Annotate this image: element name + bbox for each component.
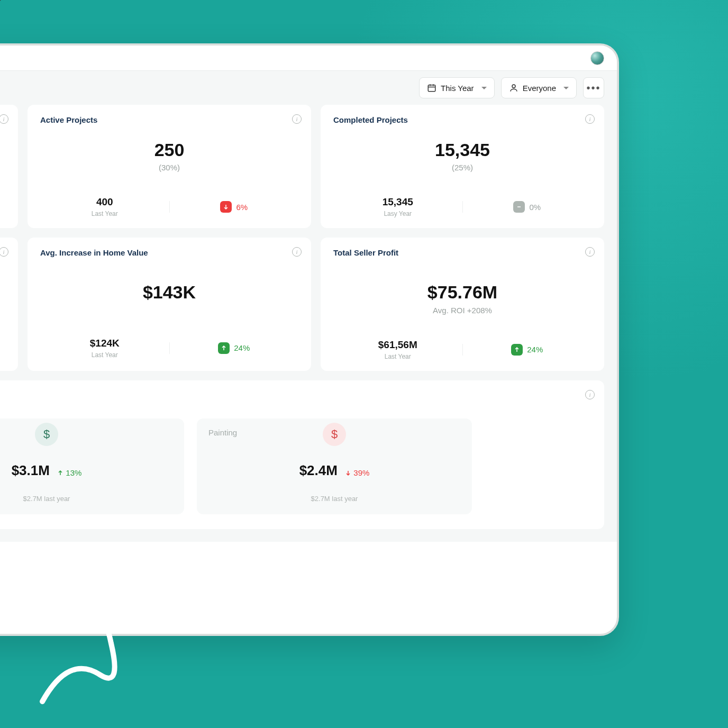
metric-sub: (25%) [333, 163, 592, 172]
arrow-down-icon [220, 201, 232, 213]
metric-value: 250 [40, 140, 298, 160]
metric-card-active-projects: Active Projects i 250 (30%) 400 Last Yea… [28, 105, 311, 228]
info-icon[interactable]: i [0, 247, 8, 257]
category-delta: 39% [345, 468, 369, 477]
info-icon[interactable]: i [292, 247, 302, 257]
toolbar: This Year Everyone ••• [0, 71, 617, 105]
topbar [0, 46, 617, 71]
prev-value: 400 [40, 196, 169, 208]
info-icon[interactable]: i [585, 390, 595, 399]
info-icon[interactable]: i [585, 114, 595, 124]
category-card-electricity: Electricity $ $3.1M 13% $2.7M last year [0, 418, 184, 514]
metric-card-completed-projects: Completed Projects i 15,345 (25%) 15,345… [321, 105, 604, 228]
prev-label: Last Year [40, 351, 169, 359]
metric-value: $75.76M [333, 283, 592, 302]
category-panel: i Electricity $ $3.1M 13% $2.7M last yea… [0, 380, 604, 529]
dashboard-device: This Year Everyone ••• i 13,456 000 Year [0, 43, 619, 636]
category-sub: $2.7M last year [0, 495, 172, 503]
metric-sub: (30%) [40, 163, 298, 172]
calendar-icon [427, 83, 436, 93]
category-title: Electricity [0, 428, 172, 437]
category-value: $2.4M [299, 462, 338, 478]
content-area: i 13,456 000 Year 6% [0, 105, 617, 542]
people-filter-dropdown[interactable]: Everyone [501, 77, 577, 98]
metric-sub: Avg. ROI +208% [333, 306, 592, 315]
info-icon[interactable]: i [585, 247, 595, 257]
chevron-down-icon [481, 87, 487, 89]
arrow-up-icon [511, 344, 523, 356]
dollar-icon: $ [323, 423, 346, 446]
metric-value: $15.76M [0, 283, 5, 302]
category-delta: 13% [57, 468, 81, 477]
svg-point-4 [512, 85, 515, 88]
more-button[interactable]: ••• [583, 77, 604, 98]
category-sub: $2.7M last year [208, 495, 460, 503]
prev-label: Lasy Year [333, 210, 462, 217]
time-filter-dropdown[interactable]: This Year [419, 77, 495, 98]
card-title: Avg. Increase in Home Value [40, 248, 298, 257]
prev-value: $61,56M [333, 339, 462, 351]
metric-card-cost: Cost i $15.76M 56M ar 24% [0, 238, 18, 370]
metric-value: 15,345 [333, 140, 592, 160]
metric-value: 13,456 [0, 126, 5, 145]
arrow-up-icon [218, 342, 230, 354]
svg-rect-0 [428, 85, 435, 92]
chevron-down-icon [563, 87, 569, 89]
people-filter-label: Everyone [523, 84, 556, 93]
ellipsis-icon: ••• [586, 83, 600, 93]
prev-value: $124K [40, 338, 169, 349]
info-icon[interactable]: i [292, 114, 302, 124]
time-filter-label: This Year [441, 84, 474, 93]
arrow-down-icon [345, 470, 351, 476]
delta-value: 6% [236, 203, 248, 212]
delta-value: 24% [527, 345, 543, 354]
prev-value: 15,345 [333, 196, 462, 208]
metric-card-home-value: Avg. Increase in Home Value i $143K $124… [28, 238, 311, 370]
metric-card-partial: i 13,456 000 Year 6% [0, 105, 18, 228]
category-value: $3.1M [12, 462, 50, 478]
category-card-painting: Painting $ $2.4M 39% $2.7M last year [197, 418, 472, 514]
delta-value: 24% [234, 343, 250, 352]
card-title: Completed Projects [333, 115, 592, 124]
avatar[interactable] [590, 51, 604, 65]
delta-value: 0% [529, 203, 541, 212]
dollar-icon: $ [35, 423, 58, 446]
metric-value: $143K [40, 283, 298, 302]
arrow-up-icon [57, 470, 63, 476]
card-title: Total Seller Profit [333, 248, 592, 257]
person-icon [509, 83, 518, 93]
info-icon[interactable]: i [0, 114, 8, 124]
metric-card-seller-profit: Total Seller Profit i $75.76M Avg. ROI +… [321, 238, 604, 370]
prev-label: Last Year [40, 210, 169, 217]
minus-icon [513, 201, 525, 213]
card-title: Active Projects [40, 115, 298, 124]
prev-label: Last Year [333, 353, 462, 360]
